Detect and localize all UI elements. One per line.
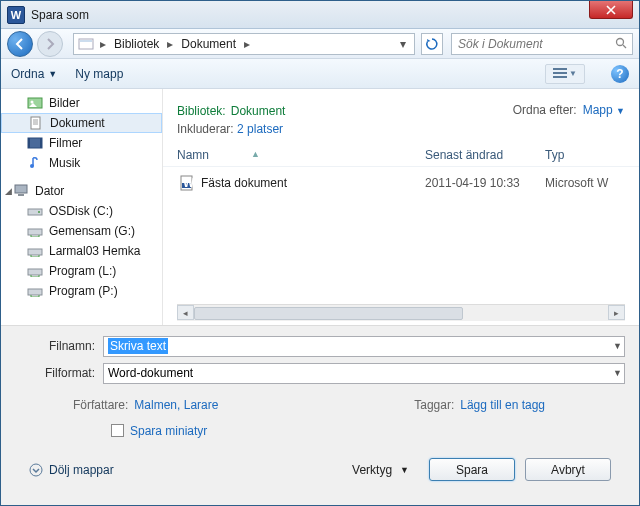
hide-folders-button[interactable]: Dölj mappar	[29, 463, 114, 477]
network-drive-icon	[27, 224, 43, 238]
file-name: Fästa dokument	[197, 176, 425, 190]
network-drive-icon	[27, 244, 43, 258]
music-icon	[27, 156, 43, 170]
svg-rect-5	[553, 76, 567, 78]
chevron-right-icon[interactable]: ▸	[96, 37, 110, 51]
sort-control: Ordna efter: Mapp ▼	[513, 103, 625, 117]
save-button[interactable]: Spara	[429, 458, 515, 481]
chevron-right-icon[interactable]: ▸	[163, 37, 177, 51]
hide-folders-label: Dölj mappar	[49, 463, 114, 477]
format-label: Filformat:	[15, 366, 103, 380]
svg-rect-20	[28, 289, 42, 295]
close-button[interactable]	[589, 1, 633, 19]
drive-icon	[27, 204, 43, 218]
column-date[interactable]: Senast ändrad	[425, 148, 545, 162]
refresh-button[interactable]	[421, 33, 443, 55]
file-row[interactable]: W Fästa dokument 2011-04-19 10:33 Micros…	[163, 171, 639, 195]
organize-button[interactable]: Ordna ▼	[11, 67, 57, 81]
svg-rect-1	[80, 40, 92, 42]
sidebar-item-drive-p[interactable]: Program (P:)	[1, 281, 162, 301]
chevron-down-icon[interactable]: ▼	[613, 341, 622, 351]
expand-icon[interactable]: ◢	[5, 186, 12, 196]
save-thumbnail-checkbox[interactable]: Spara miniatyr	[111, 424, 207, 438]
word-doc-icon: W	[177, 175, 197, 191]
chevron-down-icon: ▼	[400, 465, 409, 475]
file-date: 2011-04-19 10:33	[425, 176, 545, 190]
search-input[interactable]	[452, 37, 615, 51]
window-title: Spara som	[31, 8, 89, 22]
filename-value[interactable]: Skriva text	[108, 338, 168, 354]
filename-input[interactable]	[168, 339, 620, 353]
svg-rect-8	[31, 117, 40, 129]
sidebar-item-drive-l[interactable]: Program (L:)	[1, 261, 162, 281]
svg-rect-4	[553, 72, 567, 74]
svg-rect-14	[18, 194, 24, 196]
network-drive-icon	[27, 264, 43, 278]
breadcrumb[interactable]: ▸ Bibliotek ▸ Dokument ▸ ▾	[73, 33, 415, 55]
scroll-thumb[interactable]	[194, 307, 463, 320]
sidebar-label: Larmal03 Hemka	[49, 244, 140, 258]
chevron-down-icon[interactable]: ▼	[613, 368, 622, 378]
column-headers: Namn ▲ Senast ändrad Typ	[163, 142, 639, 167]
format-field[interactable]: Word-dokument ▼	[103, 363, 625, 384]
sidebar-item-music[interactable]: Musik	[1, 153, 162, 173]
author-value[interactable]: Malmen, Larare	[134, 398, 218, 412]
navbar: ▸ Bibliotek ▸ Dokument ▸ ▾	[1, 29, 639, 59]
svg-rect-18	[28, 249, 42, 255]
sidebar-item-drive-c[interactable]: OSDisk (C:)	[1, 201, 162, 221]
scroll-left-button[interactable]: ◂	[177, 305, 194, 320]
action-bar: Dölj mappar Verktyg ▼ Spara Avbryt	[15, 444, 625, 493]
organize-label: Ordna	[11, 67, 44, 81]
column-name[interactable]: Namn ▲	[177, 148, 425, 162]
computer-icon	[13, 184, 29, 198]
refresh-icon	[425, 37, 439, 51]
sidebar-label: Bilder	[49, 96, 80, 110]
horizontal-scrollbar[interactable]: ◂ ▸	[177, 304, 625, 321]
svg-text:W: W	[183, 176, 195, 190]
library-prefix: Bibliotek:	[177, 104, 226, 118]
search-box[interactable]	[451, 33, 633, 55]
breadcrumb-current[interactable]: Dokument	[179, 37, 238, 51]
pictures-icon	[27, 96, 43, 110]
view-button[interactable]: ▼	[545, 64, 585, 84]
svg-rect-11	[40, 138, 42, 148]
new-folder-label: Ny mapp	[75, 67, 123, 81]
documents-icon	[28, 116, 44, 130]
filename-field[interactable]: Skriva text ▼	[103, 336, 625, 357]
sidebar-label: Dator	[35, 184, 64, 198]
sidebar-item-drive-g[interactable]: Gemensam (G:)	[1, 221, 162, 241]
sidebar-item-pictures[interactable]: Bilder	[1, 93, 162, 113]
svg-rect-3	[553, 68, 567, 70]
sidebar-label: Gemensam (G:)	[49, 224, 135, 238]
sidebar-group-computer[interactable]: ◢ Dator	[1, 181, 162, 201]
help-button[interactable]: ?	[611, 65, 629, 83]
back-button[interactable]	[7, 31, 33, 57]
sidebar-item-videos[interactable]: Filmer	[1, 133, 162, 153]
sidebar-item-drive-home[interactable]: Larmal03 Hemka	[1, 241, 162, 261]
chevron-down-icon: ▼	[616, 106, 625, 116]
tools-label: Verktyg	[352, 463, 392, 477]
sidebar-item-documents[interactable]: Dokument	[1, 113, 162, 133]
forward-button	[37, 31, 63, 57]
sort-indicator-icon: ▲	[251, 149, 260, 163]
tags-label: Taggar:	[414, 398, 454, 412]
sidebar: Bilder Dokument Filmer Musik ◢ Dator	[1, 89, 163, 325]
breadcrumb-dropdown[interactable]: ▾	[396, 37, 410, 51]
chevron-right-icon[interactable]: ▸	[240, 37, 254, 51]
new-folder-button[interactable]: Ny mapp	[75, 67, 123, 81]
sidebar-label: Musik	[49, 156, 80, 170]
folder-icon	[78, 37, 94, 51]
svg-rect-19	[28, 269, 42, 275]
toolbar: Ordna ▼ Ny mapp ▼ ?	[1, 59, 639, 89]
sidebar-label: Program (P:)	[49, 284, 118, 298]
sort-dropdown[interactable]: Mapp ▼	[583, 103, 625, 117]
scroll-right-button[interactable]: ▸	[608, 305, 625, 320]
cancel-button[interactable]: Avbryt	[525, 458, 611, 481]
tags-value[interactable]: Lägg till en tagg	[460, 398, 545, 412]
breadcrumb-root[interactable]: Bibliotek	[112, 37, 161, 51]
includes-link[interactable]: 2 platser	[237, 122, 283, 136]
column-type[interactable]: Typ	[545, 148, 625, 162]
tools-dropdown[interactable]: Verktyg ▼	[352, 463, 409, 477]
filename-label: Filnamn:	[15, 339, 103, 353]
svg-point-12	[30, 164, 34, 168]
